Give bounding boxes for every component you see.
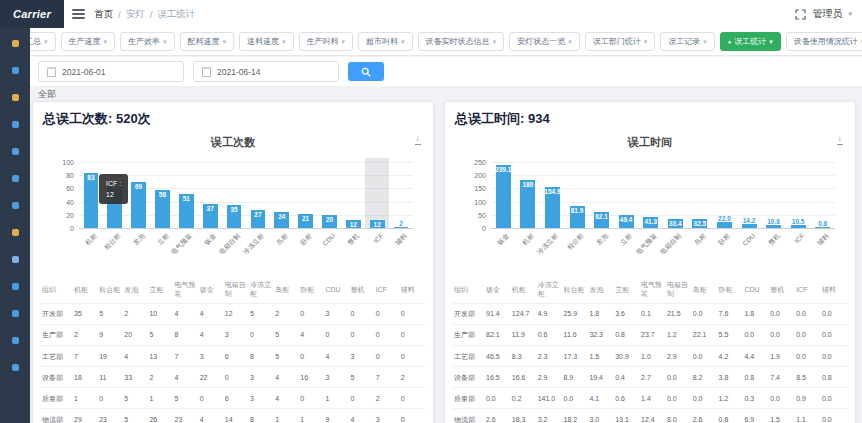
table-cell: 3 (324, 303, 349, 324)
sidebar-item-icon[interactable] (12, 202, 19, 209)
bar-ICF[interactable]: 10.5 (791, 225, 806, 228)
bar-卧柜[interactable]: 22.0 (717, 222, 732, 228)
bar-CDU[interactable]: 20 (322, 215, 337, 228)
sidebar-item-icon[interactable] (12, 148, 19, 155)
bar-发泡[interactable]: 69 (131, 182, 146, 228)
bar-立柜[interactable]: 49.4 (619, 215, 634, 228)
gridline (79, 162, 413, 163)
breadcrumb-home[interactable]: 首页 (94, 8, 113, 21)
tab-设备实时状态信息[interactable]: 设备实时状态信息▾ (418, 32, 505, 51)
caret-down-icon[interactable]: ▾ (848, 10, 852, 18)
tab-超市叫料[interactable]: 超市叫料▾ (358, 32, 413, 51)
column-header: 岛柜 (274, 276, 299, 303)
sidebar-item-icon[interactable] (12, 310, 19, 317)
tab-误工统计[interactable]: ●误工统计▾ (720, 32, 781, 51)
sidebar-item-icon[interactable] (12, 40, 19, 47)
sidebar-item-icon[interactable] (12, 337, 19, 344)
table-cell: 5 (98, 303, 123, 324)
column-header: 冷冻立柜 (537, 276, 563, 303)
delay-time-summary: 总误工时间: 934 (445, 102, 855, 128)
user-menu[interactable]: 管理员 (812, 7, 842, 21)
bar-机柜[interactable]: 180 (520, 180, 535, 228)
x-axis-tick-label: CDU (322, 232, 337, 247)
tab-送料速度[interactable]: 送料速度▾ (239, 32, 294, 51)
bar-CDU[interactable]: 14.2 (742, 224, 757, 228)
table-cell: 23.7 (640, 324, 666, 345)
bar-电箱自制[interactable]: 33.4 (668, 219, 683, 228)
sidebar-item-icon[interactable] (12, 283, 19, 290)
tab-生产速度[interactable]: 生产速度▾ (61, 32, 116, 51)
sidebar-item-icon[interactable] (12, 67, 19, 74)
bar-辅料[interactable]: 0.8 (815, 227, 830, 228)
breadcrumb-andon[interactable]: 安灯 (126, 8, 145, 21)
sidebar-item-icon[interactable] (12, 121, 19, 128)
fullscreen-icon[interactable] (795, 9, 806, 20)
end-date-input[interactable]: 2021-06-14 (193, 61, 339, 82)
sidebar-item-icon[interactable] (12, 94, 19, 101)
sidebar-item-icon[interactable] (12, 256, 19, 263)
column-header: 机柜 (511, 276, 537, 303)
bar-冷冻立柜[interactable]: 27 (251, 210, 266, 228)
sidebar-item-icon[interactable] (12, 229, 19, 236)
bar-机柜[interactable]: 83 (84, 173, 99, 228)
table-cell: 7.6 (718, 303, 744, 324)
table-cell: 8.3 (511, 346, 537, 367)
table-cell: 2 (73, 324, 98, 345)
scope-select[interactable]: 全部 (38, 88, 56, 101)
table-cell: 8 (249, 346, 274, 367)
gridline (491, 162, 835, 163)
table-cell: 23 (98, 409, 123, 423)
start-date-input[interactable]: 2021-06-01 (38, 61, 184, 82)
bar-电箱自制[interactable]: 35 (227, 205, 242, 228)
caret-down-icon: ▾ (342, 38, 346, 46)
table-cell: 5 (274, 346, 299, 367)
x-axis-tick-label: 电箱自制 (218, 232, 243, 257)
sidebar-item-icon[interactable] (12, 175, 19, 182)
tab-配料速度[interactable]: 配料速度▾ (180, 32, 235, 51)
tab-生产效率[interactable]: 生产效率▾ (120, 32, 175, 51)
delay-count-panel: 总误工次数: 520次 误工次数 ↓ 02040608010083机柜69粒台柜… (32, 101, 434, 423)
tab-误工记录[interactable]: 误工记录▾ (660, 32, 715, 51)
x-axis-tick-label: 钣金 (496, 232, 512, 248)
y-axis-tick-label: 100 (474, 198, 486, 205)
bar-发泡[interactable]: 62.1 (594, 212, 609, 228)
tab-误工部门统计[interactable]: 误工部门统计▾ (585, 32, 656, 51)
tab-安灯状态一览[interactable]: 安灯状态一览▾ (509, 32, 580, 51)
x-axis-tick-label: 电箱自制 (659, 232, 684, 257)
download-chart-icon[interactable]: ↓ (837, 134, 844, 145)
bar-岛柜[interactable]: 24 (274, 212, 289, 228)
search-button[interactable] (348, 62, 384, 81)
table-row: 设备部1811332422034163572 (41, 367, 425, 388)
bar-整机[interactable]: 10.8 (766, 225, 781, 228)
table-cell: 30.9 (614, 346, 640, 367)
tab-设备使用情况统计[interactable]: 设备使用情况统计▾ (786, 32, 862, 51)
table-row: 质量部10515063401020 (41, 388, 425, 409)
bar-钣金[interactable]: 239.1 (496, 165, 511, 228)
bar-冷冻立柜[interactable]: 154.9 (545, 187, 560, 228)
sidebar-item-icon[interactable] (12, 364, 19, 371)
tab-label: 误工部门统计 (593, 36, 641, 47)
department-breakdown-table: 组织钣金机柜冷冻立柜粒台柜发泡立柜电气预装电箱自制岛柜卧柜CDU整机ICF辅料开… (453, 276, 847, 423)
bar-立柜[interactable]: 58 (155, 190, 170, 228)
y-axis-tick-label: 40 (66, 198, 74, 205)
bar-ICF[interactable]: 12 (370, 220, 385, 228)
bar-钣金[interactable]: 37 (203, 204, 218, 228)
bar-电气预装[interactable]: 51 (179, 194, 194, 228)
start-date-value: 2021-06-01 (62, 67, 105, 77)
table-cell: 3.0 (588, 409, 614, 423)
tab-生产叫料[interactable]: 生产叫料▾ (299, 32, 354, 51)
gridline (491, 175, 835, 176)
tab-汇总[interactable]: 汇总▾ (30, 32, 56, 51)
bar-粒台柜[interactable]: 81.9 (570, 206, 585, 228)
bar-卧柜[interactable]: 21 (298, 214, 313, 228)
bar-电气预装[interactable]: 41.3 (643, 217, 658, 228)
download-chart-icon[interactable]: ↓ (415, 134, 422, 145)
table-cell: 7 (174, 346, 199, 367)
table-cell: 4 (199, 303, 224, 324)
bar-辅料[interactable]: 2 (394, 227, 409, 228)
bar-岛柜[interactable]: 32.5 (692, 219, 707, 228)
table-cell: 14 (224, 409, 249, 423)
hamburger-icon[interactable] (72, 9, 85, 19)
gridline (491, 215, 835, 216)
bar-整机[interactable]: 12 (346, 220, 361, 228)
